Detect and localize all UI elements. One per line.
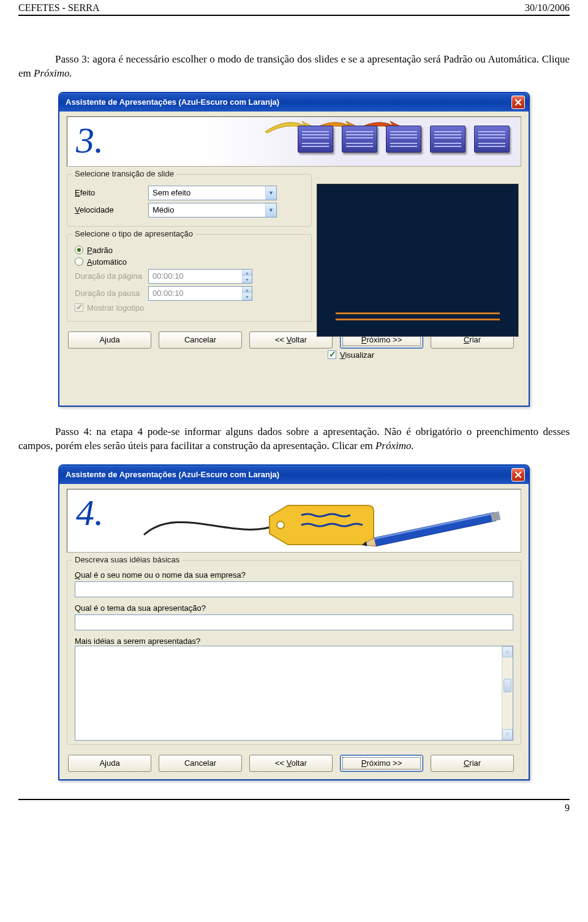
slide-thumb-icon [342,126,377,153]
group-tipo: Selecione o tipo de apresentação Padrão … [67,234,312,322]
group-ideias: Descreva suas idéias básicas Qual é o se… [67,560,521,745]
slide-thumb-icon [298,126,333,153]
scroll-thumb[interactable] [503,679,511,692]
titlebar: Assistente de Apresentações (Azul-Escuro… [59,466,529,484]
paragraph-passo4: Passo 4: na etapa 4 pode-se informar alg… [18,425,570,453]
close-button[interactable] [511,468,525,482]
label-logotipo: Mostrar logotipo [87,303,144,312]
checkbox-logotipo [75,303,83,312]
voltar-button[interactable]: << Voltar [249,755,333,772]
spinner-duracao-pagina: 00:00:10 ▲▼ [148,269,252,284]
chevron-down-icon: ▼ [265,186,276,200]
label-duracao-pagina: Duração da página [75,271,143,281]
cancelar-button[interactable]: Cancelar [159,331,242,349]
group-tipo-legend: Selecione o tipo de apresentação [72,229,195,238]
step-banner: 3. [67,116,521,167]
dialog-wizard-step3: Assistente de Apresentações (Azul-Escuro… [58,92,530,407]
step-number: 3. [76,119,104,162]
spinner-buttons: ▲▼ [242,287,252,300]
radio-automatico[interactable]: Automático [75,257,304,266]
ajuda-button[interactable]: Ajuda [68,331,151,349]
ajuda-button[interactable]: Ajuda [68,755,151,772]
label-velocidade: Velocidade [75,205,143,214]
svg-point-0 [277,521,284,529]
textarea-ideias[interactable]: ▲ ▼ [75,646,513,741]
radio-padrao[interactable]: Padrão [75,246,304,255]
label-duracao-pausa: Duração da pausa [75,289,143,298]
preview-pane [317,184,519,337]
slide-thumb-icon [430,126,466,153]
dialog-title: Assistente de Apresentações (Azul-Escuro… [66,97,279,107]
header-left: CEFETES - SERRA [18,2,99,13]
header-right: 30/10/2006 [525,2,570,13]
scrollbar[interactable]: ▲ ▼ [502,646,513,740]
combo-efeito[interactable]: Sem efeito ▼ [148,186,277,200]
proximo-button[interactable]: Próximo >> [340,755,423,772]
group-transition-legend: Selecione transição de slide [72,169,176,178]
label-nome: Qual é o seu nome ou o nome da sua empre… [75,570,513,580]
group-transition: Selecione transição de slide Efeito Sem … [67,174,312,227]
svg-rect-2 [374,512,494,540]
page-number: 9 [18,800,570,814]
label-ideias: Mais idéias a serem apresentadas? [75,637,513,646]
combo-velocidade[interactable]: Médio ▼ [148,203,277,217]
spinner-buttons: ▲▼ [242,270,252,283]
input-tema[interactable] [75,614,513,630]
label-visualizar: Visualizar [340,350,374,360]
tag-and-pencil-icon [141,498,508,549]
group-ideias-legend: Descreva suas idéias básicas [72,555,182,564]
paragraph-passo3: Passo 3: agora é necessário escolher o m… [18,53,570,81]
dialog-title: Assistente de Apresentações (Azul-Escuro… [66,470,279,479]
svg-rect-5 [491,511,501,521]
chevron-down-icon: ▼ [265,203,276,217]
close-button[interactable] [511,96,525,109]
scroll-down-icon[interactable]: ▼ [502,729,513,740]
spinner-duracao-pausa: 00:00:10 ▲▼ [148,286,252,301]
label-efeito: Efeito [75,188,143,197]
slide-thumb-icon [386,126,421,153]
dialog-wizard-step4: Assistente de Apresentações (Azul-Escuro… [58,464,530,780]
titlebar: Assistente de Apresentações (Azul-Escuro… [59,93,529,111]
input-nome-empresa[interactable] [75,581,513,597]
label-tema: Qual é o tema da sua apresentação? [75,603,513,613]
criar-button[interactable]: Criar [431,755,514,772]
radio-icon [75,257,83,266]
checkbox-visualizar[interactable] [328,350,336,359]
scroll-up-icon[interactable]: ▲ [502,646,513,657]
header-rule [18,15,570,16]
step-number: 4. [76,492,104,534]
step-banner: 4. [67,489,521,553]
slide-thumb-icon [474,126,510,153]
cancelar-button[interactable]: Cancelar [159,755,242,772]
radio-icon [75,246,83,254]
